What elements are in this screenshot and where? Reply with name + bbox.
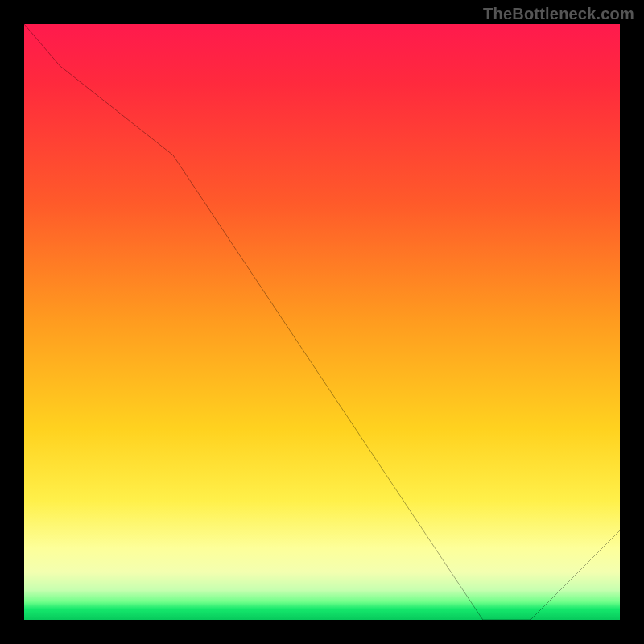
plot-area (24, 24, 620, 620)
watermark-text: TheBottleneck.com (483, 5, 634, 23)
curve-line (24, 24, 620, 620)
chart-root: TheBottleneck.com (0, 0, 644, 644)
curve-svg (24, 24, 620, 620)
